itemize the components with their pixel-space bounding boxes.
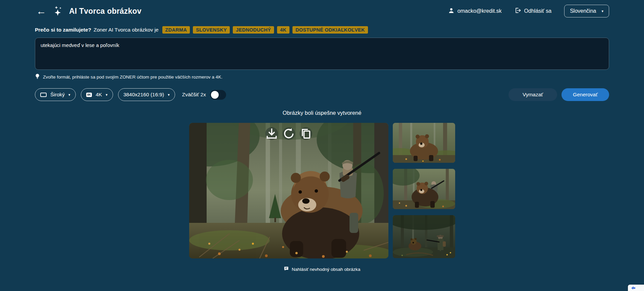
wide-format-icon bbox=[40, 93, 47, 97]
download-button[interactable] bbox=[265, 127, 278, 140]
badge-4k: 4K bbox=[277, 26, 289, 34]
intro-line: Prečo si to zamilujete? Zoner AI Tvorca … bbox=[35, 26, 609, 34]
report-image-link[interactable]: Nahlásiť nevhodný obsah obrázka bbox=[35, 266, 609, 272]
quality-dropdown[interactable]: 4K 4K ▾ bbox=[81, 88, 113, 101]
chevron-down-icon: ▾ bbox=[106, 93, 108, 97]
user-icon bbox=[448, 7, 454, 15]
status-message: Obrázky boli úspešne vytvorené bbox=[35, 110, 609, 116]
upscale-toggle[interactable] bbox=[210, 90, 226, 100]
regenerate-button[interactable] bbox=[282, 127, 295, 140]
user-account: omacko@kredit.sk bbox=[448, 7, 502, 15]
badge-jednoduchy: JEDNODUCHÝ bbox=[233, 26, 274, 34]
badge-zdarma: ZDARMA bbox=[162, 26, 190, 34]
back-button[interactable]: ← bbox=[35, 6, 48, 16]
page-title: AI Tvorca obrázkov bbox=[69, 7, 142, 16]
chevron-down-icon: ▾ bbox=[68, 93, 70, 97]
feature-badges: ZDARMA SLOVENSKY JEDNODUCHÝ 4K DOSTUPNÉ … bbox=[162, 26, 368, 34]
recaptcha-icon bbox=[631, 285, 636, 290]
badge-dostupne: DOSTUPNÉ ODKIAĽKOĽVEK bbox=[292, 26, 368, 34]
prompt-input[interactable]: utekajúci medveď v lese a poľovník bbox=[35, 38, 609, 70]
result-gallery bbox=[35, 123, 609, 258]
logout-icon bbox=[515, 7, 521, 15]
copy-button[interactable] bbox=[300, 127, 312, 140]
thumbnail-2[interactable] bbox=[393, 169, 455, 209]
copy-icon bbox=[300, 127, 312, 140]
thumbnail-1[interactable] bbox=[393, 123, 455, 163]
chevron-down-icon: ▾ bbox=[168, 93, 170, 97]
badge-slovensky: SLOVENSKY bbox=[193, 26, 230, 34]
format-value: Široký bbox=[50, 92, 65, 98]
report-label: Nahlásiť nevhodný obsah obrázka bbox=[292, 267, 361, 272]
thumbnail-column bbox=[393, 123, 455, 258]
thumbnail-3[interactable] bbox=[393, 215, 455, 258]
header-right: omacko@kredit.sk Odhlásiť sa Slovenčina … bbox=[448, 5, 609, 17]
header: ← AI Tvorca obrázkov omacko@kredit.sk bbox=[35, 0, 609, 16]
resolution-value: 3840x2160 (16:9) bbox=[123, 92, 164, 98]
refresh-icon bbox=[282, 127, 295, 140]
image-action-bar bbox=[265, 127, 312, 140]
logout-button[interactable]: Odhlásiť sa bbox=[515, 7, 552, 15]
hint-text: Zvoľte formát, prihláste sa pod svojím Z… bbox=[43, 75, 222, 80]
chevron-down-icon: ▾ bbox=[601, 9, 603, 13]
generate-button[interactable]: Generovať bbox=[561, 88, 609, 101]
recaptcha-badge[interactable] bbox=[628, 285, 644, 291]
download-icon bbox=[265, 127, 278, 140]
lightbulb-icon bbox=[35, 74, 40, 80]
user-email: omacko@kredit.sk bbox=[458, 8, 502, 14]
message-report-icon bbox=[284, 266, 289, 272]
intro-text: Zoner AI Tvorca obrázkov je bbox=[94, 27, 159, 33]
language-select[interactable]: Slovenčina ▾ bbox=[564, 5, 609, 17]
quality-value: 4K bbox=[96, 92, 102, 98]
sparkles-icon bbox=[53, 5, 64, 17]
forest-bear-hunter-scene bbox=[189, 123, 388, 258]
hint-line: Zvoľte formát, prihláste sa pod svojím Z… bbox=[35, 74, 609, 80]
controls-row: Široký ▾ 4K 4K ▾ 3840x2160 (16:9) ▾ Zväč… bbox=[35, 88, 609, 101]
header-left: ← AI Tvorca obrázkov bbox=[35, 5, 142, 17]
resolution-dropdown[interactable]: 3840x2160 (16:9) ▾ bbox=[118, 88, 175, 101]
main-generated-image[interactable] bbox=[189, 123, 388, 258]
clear-button[interactable]: Vymazať bbox=[508, 88, 557, 101]
upscale-label: Zväčšiť 2x bbox=[182, 92, 206, 98]
intro-question: Prečo si to zamilujete? bbox=[35, 27, 91, 33]
language-value: Slovenčina bbox=[570, 8, 596, 14]
logout-label: Odhlásiť sa bbox=[524, 8, 552, 14]
4k-icon: 4K bbox=[86, 93, 92, 97]
format-dropdown[interactable]: Široký ▾ bbox=[35, 88, 76, 101]
toggle-knob bbox=[211, 91, 219, 99]
